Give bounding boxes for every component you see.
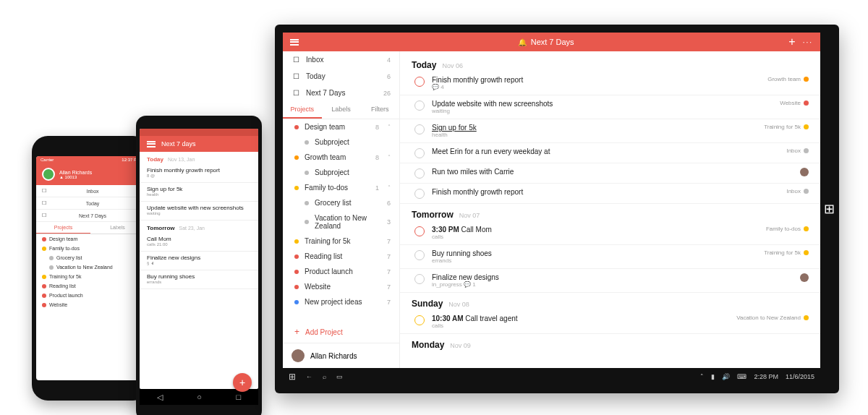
chevron-up-icon[interactable]: ˄ <box>388 154 391 161</box>
task-project[interactable]: Inbox <box>786 188 809 194</box>
task-row[interactable]: Sign up for 5khealth <box>140 183 258 202</box>
project-item[interactable]: Website7 <box>283 279 399 294</box>
project-item[interactable]: New project ideas7 <box>283 294 399 309</box>
nav-inbox[interactable]: ☐ Inbox <box>36 185 145 197</box>
project-item[interactable]: Website <box>36 300 145 309</box>
task-row[interactable]: Buy running shoeserrands <box>140 270 258 289</box>
task-row[interactable]: Finalize new designs§ ⏴ <box>140 252 258 270</box>
recents-icon[interactable]: □ <box>237 393 242 401</box>
task-title: Buy running shoes <box>432 249 757 257</box>
project-color-dot <box>42 275 46 279</box>
sidebar-nav-inbox[interactable]: ☐Inbox4 <box>283 51 399 68</box>
project-item[interactable]: Design team <box>36 234 145 244</box>
menu-icon[interactable] <box>290 39 299 46</box>
task-project[interactable] <box>800 168 809 176</box>
nav-next7[interactable]: ☐ Next 7 Days <box>36 210 145 222</box>
sidebar-nav-today[interactable]: ☐Today6 <box>283 68 399 85</box>
keyboard-icon[interactable]: ⌨ <box>737 373 746 380</box>
task-row[interactable]: 3:30 PM Call MomcallsFamily to-dos <box>400 221 820 245</box>
network-icon[interactable]: ▮ <box>711 373 715 380</box>
more-icon[interactable]: ··· <box>803 38 813 46</box>
back-icon[interactable]: ← <box>306 373 312 380</box>
task-project[interactable]: Growth team <box>767 76 809 82</box>
menu-icon[interactable] <box>147 141 156 147</box>
bell-icon[interactable] <box>518 38 527 46</box>
task-row[interactable]: Buy running shoeserrandsTraining for 5k <box>400 245 820 269</box>
project-item[interactable]: Reading list <box>36 281 145 291</box>
search-icon[interactable]: ⌕ <box>323 373 326 380</box>
task-project[interactable]: Training for 5k <box>764 124 809 130</box>
task-project[interactable]: Family to-dos <box>766 226 809 232</box>
task-row[interactable]: Sign up for 5khealthTraining for 5k <box>400 119 820 143</box>
taskview-icon[interactable]: ▭ <box>336 373 343 380</box>
project-item[interactable]: Product launch7 <box>283 264 399 279</box>
task-row[interactable]: Run two miles with Carrie <box>400 163 820 184</box>
project-item[interactable]: Vacation to New Zealand3 <box>283 210 399 234</box>
project-item[interactable]: Product launch <box>36 291 145 300</box>
project-item[interactable]: Vacation to New Zealand <box>36 262 145 272</box>
clock-time[interactable]: 2:28 PM <box>754 373 778 380</box>
task-checkbox[interactable] <box>414 315 425 325</box>
project-item[interactable]: Grocery list <box>36 253 145 262</box>
sidebar-nav-next7[interactable]: ☐Next 7 Days26 <box>283 85 399 101</box>
tab-projects[interactable]: Projects <box>36 222 90 234</box>
tab-projects[interactable]: Projects <box>283 101 322 119</box>
calendar-icon: ☐ <box>292 72 300 80</box>
project-item[interactable]: Subproject <box>283 134 399 150</box>
chevron-up-icon[interactable]: ˄ <box>388 124 391 130</box>
project-item[interactable]: Training for 5k7 <box>283 234 399 249</box>
project-item[interactable]: Growth team8˄ <box>283 150 399 165</box>
tray-up-icon[interactable]: ˄ <box>700 373 704 380</box>
task-project[interactable] <box>800 273 809 282</box>
tab-labels[interactable]: Labels <box>322 101 361 119</box>
project-label: New project ideas <box>305 298 381 306</box>
add-task-button[interactable]: + <box>788 35 795 48</box>
task-title: 10:30 AM Call travel agent <box>432 315 729 322</box>
project-item[interactable]: Design team8˄ <box>283 119 399 134</box>
volume-icon[interactable]: 🔊 <box>722 373 730 380</box>
project-item[interactable]: Grocery list6 <box>283 195 399 210</box>
nav-label: Today <box>306 72 326 80</box>
project-item[interactable]: Training for 5k <box>36 272 145 281</box>
nav-label: Inbox <box>86 189 98 194</box>
task-row[interactable]: Update website with new screenshotswaiti… <box>400 95 820 119</box>
nav-today[interactable]: ☐ Today <box>36 197 145 210</box>
task-project[interactable]: Vacation to New Zealand <box>736 315 809 321</box>
task-row[interactable]: Update website with new screenshotswaiti… <box>140 202 258 221</box>
task-row[interactable]: 10:30 AM Call travel agentcallsVacation … <box>400 310 820 334</box>
profile-header[interactable]: Allan Richards ▲ 10013 <box>36 163 145 185</box>
task-checkbox[interactable] <box>414 189 425 199</box>
task-row[interactable]: Finalize new designsin_progress 💬 1 <box>400 269 820 293</box>
task-project[interactable]: Website <box>780 100 809 106</box>
project-item[interactable]: Reading list7 <box>283 249 399 264</box>
task-row[interactable]: Finish monthly growth reportInbox <box>400 184 820 204</box>
task-checkbox[interactable] <box>414 148 425 158</box>
task-project[interactable]: Inbox <box>786 147 809 154</box>
task-row[interactable]: Call Momcalls 21:00 <box>140 233 258 252</box>
task-project[interactable]: Training for 5k <box>764 249 809 256</box>
task-checkbox[interactable] <box>414 250 425 260</box>
start-icon[interactable] <box>289 372 296 382</box>
task-title: Finalize new designs <box>432 273 793 281</box>
task-checkbox[interactable] <box>414 77 425 87</box>
back-icon[interactable]: ◁ <box>157 393 163 402</box>
task-checkbox[interactable] <box>414 274 425 284</box>
task-row[interactable]: Finish monthly growth report💬 4Growth te… <box>400 72 820 95</box>
project-item[interactable]: Family to-dos1˄ <box>283 180 399 195</box>
task-row[interactable]: Finish monthly growth report8 @ <box>140 164 258 183</box>
task-checkbox[interactable] <box>414 226 425 236</box>
home-icon[interactable]: ○ <box>197 393 202 401</box>
task-row[interactable]: Meet Erin for a run every weekday atInbo… <box>400 143 820 163</box>
project-item[interactable]: Family to-dos <box>36 244 145 253</box>
add-task-fab[interactable]: + <box>233 373 252 389</box>
task-checkbox[interactable] <box>414 100 425 111</box>
clock-date[interactable]: 11/6/2015 <box>786 373 814 380</box>
task-checkbox[interactable] <box>414 168 425 179</box>
android-screen: Next 7 days TodayNov 13, JanFinish month… <box>140 129 258 389</box>
profile-row[interactable]: Allan Richards <box>283 343 399 368</box>
chevron-up-icon[interactable]: ˄ <box>388 184 391 191</box>
task-checkbox[interactable] <box>414 124 425 134</box>
tab-filters[interactable]: Filters <box>360 101 399 119</box>
add-project-button[interactable]: + Add Project <box>283 321 399 343</box>
project-item[interactable]: Subproject <box>283 165 399 180</box>
